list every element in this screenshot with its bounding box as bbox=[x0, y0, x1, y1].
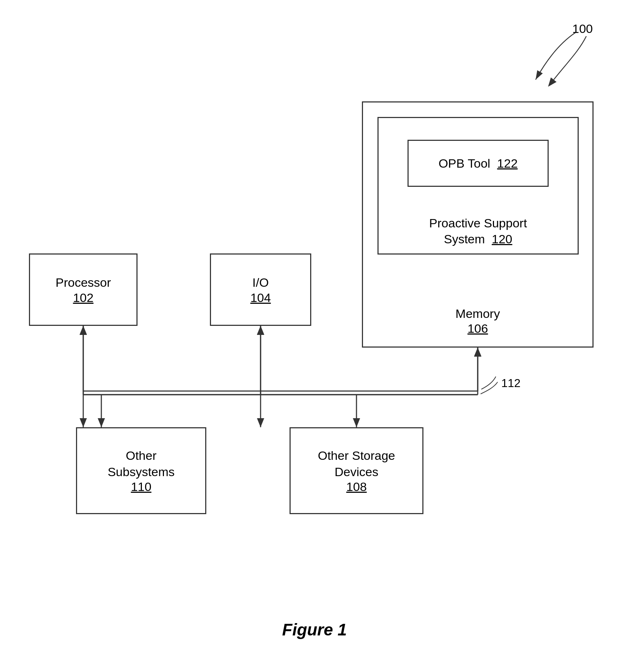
io-label: I/O bbox=[252, 274, 269, 290]
svg-marker-4 bbox=[80, 418, 87, 427]
memory-number: 106 bbox=[363, 322, 592, 336]
diagram: 100 OPB Tool 122 Proactive Support Syste… bbox=[0, 0, 629, 672]
processor-number: 102 bbox=[73, 291, 94, 305]
io-text: I/O bbox=[252, 276, 269, 289]
svg-marker-8 bbox=[257, 418, 264, 427]
io-number: 104 bbox=[250, 291, 271, 305]
memory-label-area: Memory 106 bbox=[363, 306, 592, 336]
other-storage-label: Other Storage Devices bbox=[318, 448, 395, 479]
svg-marker-10 bbox=[474, 348, 481, 357]
svg-marker-2 bbox=[80, 326, 87, 335]
processor-box: Processor 102 bbox=[29, 253, 138, 326]
memory-box: OPB Tool 122 Proactive Support System 12… bbox=[362, 101, 594, 348]
proactive-support-box: OPB Tool 122 Proactive Support System 12… bbox=[377, 117, 579, 255]
other-subsystems-number: 110 bbox=[131, 480, 152, 494]
ref-100-text: 100 bbox=[572, 22, 593, 35]
ref-100-label: 100 bbox=[572, 22, 593, 36]
processor-text: Processor bbox=[55, 276, 111, 289]
opb-tool-label: OPB Tool 122 bbox=[439, 155, 518, 171]
memory-label: Memory bbox=[363, 306, 592, 322]
other-subsystems-text: Other Subsystems bbox=[107, 449, 174, 478]
other-storage-number: 108 bbox=[346, 480, 367, 494]
opb-tool-number: 122 bbox=[497, 156, 518, 170]
processor-label: Processor bbox=[55, 274, 111, 290]
other-storage-box: Other Storage Devices 108 bbox=[290, 427, 423, 514]
svg-marker-6 bbox=[257, 326, 264, 335]
proactive-support-label: Proactive Support System 120 bbox=[429, 215, 527, 247]
bus-label-text: 112 bbox=[501, 377, 520, 390]
other-storage-text: Other Storage Devices bbox=[318, 449, 395, 478]
proactive-support-number: 120 bbox=[492, 232, 512, 246]
proactive-support-text: Proactive Support System bbox=[429, 216, 527, 246]
memory-text: Memory bbox=[456, 307, 500, 320]
other-subsystems-label: Other Subsystems bbox=[107, 448, 174, 479]
opb-tool-text: OPB Tool bbox=[439, 156, 490, 170]
other-subsystems-box: Other Subsystems 110 bbox=[76, 427, 206, 514]
bus-label: 112 bbox=[501, 377, 520, 390]
opb-tool-box: OPB Tool 122 bbox=[408, 140, 549, 187]
io-box: I/O 104 bbox=[210, 253, 311, 326]
figure-caption-text: Figure 1 bbox=[282, 620, 347, 639]
figure-caption: Figure 1 bbox=[282, 620, 347, 639]
